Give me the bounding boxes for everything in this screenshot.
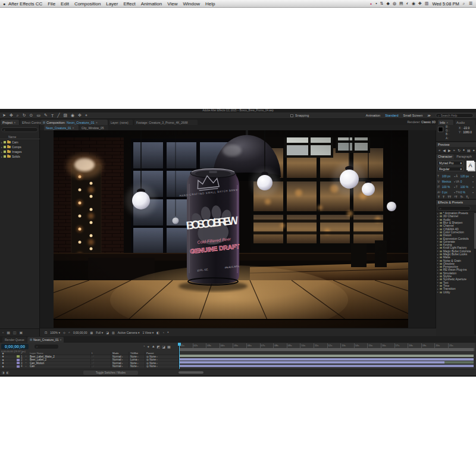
transport-button[interactable]: » xyxy=(453,148,455,152)
trkmat-column[interactable]: TrkMat xyxy=(129,352,145,355)
toggle-switches-button[interactable]: Toggle Switches / Modes xyxy=(83,371,138,375)
parent-column[interactable]: Parent xyxy=(145,352,168,355)
label-color-swatch[interactable] xyxy=(4,141,6,143)
visibility-eye-icon[interactable]: ◉ xyxy=(0,362,6,364)
menu-item[interactable]: Animation xyxy=(141,1,162,7)
twirl-icon[interactable]: ▸ xyxy=(1,155,2,158)
twirl-icon[interactable]: ▸ xyxy=(437,281,439,284)
char-setting-value[interactable]: 100 px xyxy=(442,175,453,178)
layer-trkmat[interactable]: None▾ xyxy=(129,355,145,358)
layer-mode[interactable]: Normal▾ xyxy=(111,365,129,368)
menu-item[interactable]: Edit xyxy=(61,1,69,7)
tool-icon[interactable]: ✎ xyxy=(44,113,48,118)
preview-option-icon[interactable]: ▤ xyxy=(467,148,471,152)
expand-icon[interactable]: ◨ xyxy=(2,371,5,374)
timeline-toolbar-icon[interactable]: ▦ xyxy=(167,345,171,349)
menu-item[interactable]: File xyxy=(48,1,55,7)
status-icon[interactable]: ▤ xyxy=(399,1,403,6)
status-icon[interactable]: ◆ xyxy=(387,1,390,6)
comp-control[interactable]: ⌖ xyxy=(167,330,169,334)
status-icon[interactable]: ▪ xyxy=(375,1,377,6)
font-preview-swatch[interactable]: A xyxy=(466,161,474,170)
twirl-icon[interactable]: ▸ xyxy=(437,247,439,249)
layer-mode[interactable]: Normal▾ xyxy=(111,362,129,365)
close-icon[interactable]: × xyxy=(14,121,15,124)
twirl-icon[interactable]: ▸ xyxy=(437,234,439,237)
menu-item[interactable]: Composition xyxy=(74,1,101,7)
close-icon[interactable]: × xyxy=(60,338,62,342)
comp-control[interactable]: 100% ▾ xyxy=(50,331,60,334)
tool-icon[interactable]: ➤ xyxy=(2,113,6,118)
layer-trkmat[interactable]: Luma▾ xyxy=(129,358,145,361)
twirl-icon[interactable]: ▸ xyxy=(437,228,439,230)
snapping-checkbox[interactable] xyxy=(290,114,293,117)
layer-label-color[interactable] xyxy=(17,365,20,368)
char-setting-value[interactable]: 100 % xyxy=(461,186,472,189)
comp-control[interactable]: ▦ xyxy=(90,331,93,334)
status-icon[interactable]: ◍ xyxy=(393,1,396,6)
label-color-swatch[interactable] xyxy=(4,151,6,153)
effects-panel-header[interactable]: Effects & Presets xyxy=(436,199,476,205)
char-setting-value[interactable]: 100 % xyxy=(442,186,453,189)
font-style-select[interactable]: Regular▾ xyxy=(437,167,464,171)
char-setting-value[interactable]: Metrics xyxy=(442,180,453,183)
layer-parent[interactable]: ◎ None▾ xyxy=(145,358,168,361)
twirl-icon[interactable]: ▸ xyxy=(437,284,439,287)
viewer-tab-inactive[interactable]: City_Window_05 xyxy=(80,125,108,130)
char-setting-value[interactable]: 0 xyxy=(461,180,472,183)
work-area-bar[interactable] xyxy=(179,348,475,351)
layer-name-column[interactable]: Layer Name xyxy=(30,352,90,355)
style-toggle[interactable]: T₁ xyxy=(466,195,469,199)
style-toggle[interactable]: TT xyxy=(447,195,451,199)
tool-icon[interactable]: ✜ xyxy=(78,113,82,118)
project-footer-icon[interactable]: ▫ xyxy=(2,331,4,334)
tool-icon[interactable]: ⌖ xyxy=(85,113,87,118)
renderer-control[interactable]: Renderer: Classic 3D xyxy=(384,120,436,124)
twirl-icon[interactable]: ▸ xyxy=(437,250,439,252)
twirl-icon[interactable]: ▸ xyxy=(437,272,439,274)
transport-button[interactable]: ◀ xyxy=(443,148,446,152)
layer-bar[interactable] xyxy=(180,365,474,367)
char-setting-value[interactable]: 0 % xyxy=(461,191,472,194)
layer-trkmat[interactable]: None▾ xyxy=(129,365,145,368)
composition-viewport[interactable]: HAND-CRAFTED SMALL BATCH BREW BOSCO/BREW… xyxy=(54,130,408,328)
layer-label-color[interactable] xyxy=(17,362,20,364)
workspace-standard[interactable]: Standard xyxy=(385,114,398,117)
time-ruler[interactable]: 01s02s03s04s05s06s07s08s09s10s11s12s13s1… xyxy=(179,343,475,348)
layer-bar[interactable] xyxy=(180,358,474,361)
layer-bar[interactable] xyxy=(180,355,474,357)
tab-character[interactable]: Character xyxy=(436,154,454,159)
renderer-value[interactable]: Classic 3D xyxy=(421,120,436,124)
close-icon[interactable]: × xyxy=(73,126,74,130)
project-footer-icon[interactable]: ◫ xyxy=(13,330,17,334)
transport-button[interactable]: ♦ xyxy=(463,148,465,152)
timeline-search-input[interactable]: ⌕ xyxy=(35,345,58,349)
workspace-small-screen[interactable]: Small Screen xyxy=(403,114,423,117)
label-color-swatch[interactable] xyxy=(4,146,6,148)
tool-icon[interactable]: ✥ xyxy=(10,113,13,118)
status-icon[interactable]: ✚ xyxy=(418,1,422,6)
comp-control[interactable]: ⊹ xyxy=(63,331,65,334)
twirl-icon[interactable]: ▸ xyxy=(437,256,439,259)
twirl-icon[interactable]: ▸ xyxy=(437,222,439,224)
menu-item[interactable]: After Effects CC xyxy=(8,1,42,7)
layer-parent[interactable]: ◎ None▾ xyxy=(145,365,168,368)
search-help-input[interactable]: ⌕ Search Help xyxy=(436,113,474,118)
comp-control[interactable]: 0;00;00;00 xyxy=(73,331,87,334)
tool-icon[interactable]: ▨ xyxy=(63,113,67,118)
effects-search-input[interactable]: ⌕ xyxy=(437,206,471,211)
style-toggle[interactable]: T¹ xyxy=(460,195,463,199)
menu-item[interactable]: View xyxy=(167,1,177,7)
style-toggle[interactable]: ᵀT xyxy=(454,195,457,199)
layer-row[interactable]: ◉ ∙ ∙ 4 ▪ Can ∙ ∙ ⁄ Normal▾ None▾ ◎ None… xyxy=(0,365,178,369)
twirl-icon[interactable]: ▸ xyxy=(437,262,439,265)
layer-parent[interactable]: ◎ None▾ xyxy=(145,362,168,365)
layer-mode[interactable]: Normal▾ xyxy=(111,355,129,358)
style-toggle[interactable]: T xyxy=(443,195,444,199)
workspace-more-icon[interactable]: ≫ xyxy=(427,114,431,117)
apple-menu-icon[interactable]: ● xyxy=(0,2,8,6)
label-color-swatch[interactable] xyxy=(4,155,6,158)
style-toggle[interactable]: T xyxy=(438,195,440,199)
visibility-eye-icon[interactable]: ◉ xyxy=(0,365,6,368)
twirl-icon[interactable]: ▸ xyxy=(437,212,439,215)
